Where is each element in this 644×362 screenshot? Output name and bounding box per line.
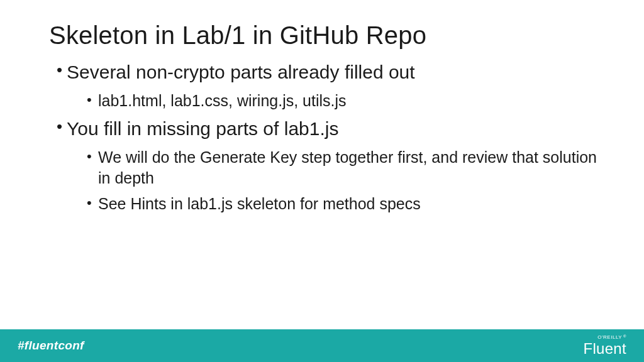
- bullet-text: We will do the Generate Key step togethe…: [98, 148, 597, 187]
- bullet-list: Several non-crypto parts already filled …: [49, 60, 606, 214]
- brand-name: Fluent: [583, 341, 626, 356]
- sub-bullet-list: lab1.html, lab1.css, wiring.js, utils.js: [67, 90, 606, 111]
- sub-bullet-list: We will do the Generate Key step togethe…: [67, 147, 606, 214]
- slide-content: Skeleton in Lab/1 in GitHub Repo Several…: [0, 0, 644, 214]
- bullet-text: lab1.html, lab1.css, wiring.js, utils.js: [98, 92, 347, 109]
- list-item: Several non-crypto parts already filled …: [57, 60, 606, 111]
- registered-icon: ®: [623, 334, 626, 338]
- brand-publisher: O'REILLY: [597, 335, 622, 340]
- brand-top-label: O'REILLY®: [597, 335, 626, 340]
- list-item: You fill in missing parts of lab1.js We …: [57, 116, 606, 214]
- slide: Skeleton in Lab/1 in GitHub Repo Several…: [0, 0, 644, 362]
- bullet-text: You fill in missing parts of lab1.js: [67, 118, 338, 139]
- brand-logo: O'REILLY® Fluent: [583, 335, 626, 356]
- list-item: We will do the Generate Key step togethe…: [87, 147, 606, 189]
- bullet-text: Several non-crypto parts already filled …: [67, 62, 415, 82]
- slide-title: Skeleton in Lab/1 in GitHub Repo: [49, 21, 606, 50]
- list-item: See Hints in lab1.js skeleton for method…: [87, 194, 606, 214]
- list-item: lab1.html, lab1.css, wiring.js, utils.js: [87, 90, 606, 111]
- hashtag-label: #fluentconf: [18, 339, 84, 353]
- footer-bar: #fluentconf O'REILLY® Fluent: [0, 329, 644, 362]
- bullet-text: See Hints in lab1.js skeleton for method…: [98, 195, 421, 212]
